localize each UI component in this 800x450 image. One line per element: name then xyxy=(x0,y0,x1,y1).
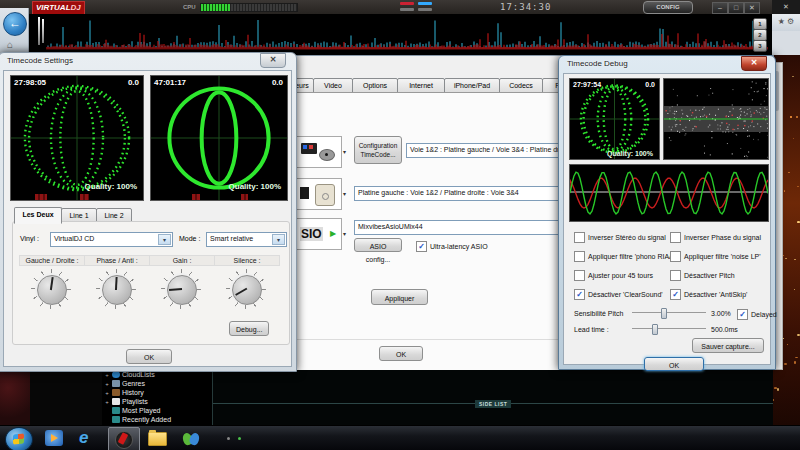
desactiver-antiskip-checkbox[interactable]: ✓Désactiver 'AntiSkip' xyxy=(670,289,747,300)
rhythm-waveform[interactable]: 1 2 3 xyxy=(0,14,772,52)
scope-timer: 27:97:54 xyxy=(573,81,601,88)
config-button[interactable]: CONFIG xyxy=(643,1,693,14)
desactiver-clearsound-checkbox[interactable]: ✓Désactiver 'ClearSound' xyxy=(574,289,663,300)
browser-sidebar: +CloudLists +Genres +History +Playlists … xyxy=(102,369,212,425)
checkbox-box[interactable]: ✓ xyxy=(574,289,585,300)
browser-main-area: SIDE LIST xyxy=(212,368,773,425)
checkbox-box[interactable] xyxy=(574,251,585,262)
scope-graphic xyxy=(570,79,659,159)
checkbox-box[interactable] xyxy=(574,270,585,281)
expander-icon[interactable]: + xyxy=(104,390,110,396)
debug-scope: 27:97:54 0.0 Quality: 100% xyxy=(569,78,660,160)
asio-config-button[interactable]: ASIO config... xyxy=(354,238,402,252)
output-device-image[interactable] xyxy=(296,178,342,210)
dialog-title: Timecode Debug xyxy=(567,59,628,68)
cpu-meter-fill xyxy=(201,4,230,11)
notification-dot xyxy=(238,437,241,440)
gauche-droite-knob[interactable] xyxy=(31,269,71,309)
taskbar-messenger-button[interactable] xyxy=(176,427,206,450)
filtre-noise-lp-checkbox[interactable]: Appliquer filtre 'noise LP' xyxy=(670,251,761,262)
vinyl-combo[interactable]: VirtualDJ CD▾ xyxy=(50,232,173,247)
expander-icon[interactable]: + xyxy=(104,372,110,378)
tab-les-deux[interactable]: Les Deux xyxy=(14,207,62,224)
level-meter-right xyxy=(42,19,44,43)
filtre-riaa-checkbox[interactable]: Appliquer filtre 'phono RIAA' xyxy=(574,251,675,262)
scope-quality: Quality: 100% xyxy=(607,150,653,157)
expander-icon[interactable]: + xyxy=(104,381,110,387)
lead-time-slider[interactable] xyxy=(632,324,706,333)
desactiver-pitch-checkbox[interactable]: Désactiver Pitch xyxy=(670,270,735,281)
maximize-icon[interactable]: □ xyxy=(728,2,744,14)
expander-icon[interactable]: + xyxy=(104,399,110,405)
dropdown-arrow-icon[interactable]: ▾ xyxy=(158,234,171,245)
dropdown-arrow-icon[interactable]: ▾ xyxy=(343,190,346,197)
vdj-clock: 17:34:30 xyxy=(500,2,556,12)
sidebar-item-history[interactable]: +History xyxy=(104,388,144,397)
close-icon[interactable]: ✕ xyxy=(260,53,286,68)
dropdown-arrow-icon[interactable]: ▾ xyxy=(272,234,285,245)
silence-knob[interactable] xyxy=(226,269,266,309)
dialog-body: 27:97:54 0.0 Quality: 100% Inverser Stér… xyxy=(563,73,771,365)
ajuster-45-tours-checkbox[interactable]: Ajuster pour 45 tours xyxy=(574,270,653,281)
delayed-checkbox[interactable]: ✓Delayed xyxy=(737,309,777,320)
timecode-scope-left: 27:98:05 0.0 Quality: 100% xyxy=(10,75,144,201)
checkbox-box[interactable]: ✓ xyxy=(416,241,427,252)
checkbox-box[interactable] xyxy=(670,232,681,243)
soundcard-routing-combo[interactable]: Voie 1&2 : Platine gauche / Voie 3&4 : P… xyxy=(406,143,569,158)
taskbar-virtualdj-button[interactable] xyxy=(108,427,140,450)
close-icon[interactable]: ✕ xyxy=(741,56,767,71)
minimize-icon[interactable]: – xyxy=(712,2,728,14)
back-arrow-icon[interactable]: ← xyxy=(3,12,27,36)
save-capture-button[interactable]: Sauver capture... xyxy=(692,338,764,353)
gear-icon[interactable]: ⚙ xyxy=(787,17,794,26)
close-icon[interactable]: ✕ xyxy=(744,2,760,14)
deck3-button[interactable]: 3 xyxy=(753,40,767,52)
settings-ok-button[interactable]: OK xyxy=(126,349,172,364)
pitch-sensitivity-slider[interactable] xyxy=(632,308,706,317)
debug-button[interactable]: Debug... xyxy=(229,321,269,336)
phase-anti-knob[interactable] xyxy=(96,269,136,309)
inverser-stereo-checkbox[interactable]: Inverser Stéréo du signal xyxy=(574,232,666,243)
side-list-tab[interactable]: SIDE LIST xyxy=(475,400,511,408)
mode-combo[interactable]: Smart relative▾ xyxy=(206,232,287,247)
sidebar-item-recently-added[interactable]: Recently Added xyxy=(104,415,171,424)
home-icon[interactable]: ⌂ xyxy=(7,39,13,50)
sidebar-item-most-played[interactable]: Most Played xyxy=(104,406,161,415)
asio-driver-image[interactable]: SIO ▶ xyxy=(296,218,342,250)
folder-icon xyxy=(112,416,120,423)
background-close-icon[interactable]: ✕ xyxy=(772,0,800,14)
dropdown-arrow-icon[interactable]: ▾ xyxy=(343,148,346,155)
sidebar-item-genres[interactable]: +Genres xyxy=(104,379,145,388)
configuration-timecode-button[interactable]: Configuration TimeCode... xyxy=(354,136,402,164)
globe-icon xyxy=(112,371,120,378)
input-device-image[interactable] xyxy=(296,136,342,168)
layout-toggle2-icon[interactable] xyxy=(418,2,432,11)
folder-icon xyxy=(112,380,120,387)
star-icon[interactable]: ★ xyxy=(778,17,785,26)
checkbox-box[interactable] xyxy=(574,232,585,243)
sidebar-item-label: History xyxy=(122,389,144,396)
deck-routing-combo[interactable]: Platine gauche : Voie 1&2 / Platine droi… xyxy=(354,186,569,201)
taskbar-ie-button[interactable]: e xyxy=(74,427,104,450)
config-ok-button[interactable]: OK xyxy=(379,346,423,361)
debug-ok-button[interactable]: OK xyxy=(644,357,704,371)
layout-toggle-icon[interactable] xyxy=(400,2,414,11)
checkbox-box[interactable]: ✓ xyxy=(670,289,681,300)
gain-knob[interactable] xyxy=(161,269,201,309)
taskbar-explorer-button[interactable] xyxy=(142,427,172,450)
checkbox-box[interactable] xyxy=(670,251,681,262)
inverser-phase-checkbox[interactable]: Inverser Phase du signal xyxy=(670,232,761,243)
sidebar-item-playlists[interactable]: +Playlists xyxy=(104,397,148,406)
start-button[interactable] xyxy=(5,427,33,450)
asio-driver-combo[interactable]: MixvibesAsioUMix44 xyxy=(354,220,569,235)
dropdown-arrow-icon[interactable]: ▾ xyxy=(343,230,346,237)
checkbox-label: Inverser Stéréo du signal xyxy=(588,234,666,241)
apply-button[interactable]: Appliquer xyxy=(371,289,428,305)
ultra-latency-checkbox[interactable]: ✓ Ultra-latency ASIO xyxy=(416,241,488,252)
mode-label: Mode : xyxy=(179,235,200,242)
scope-strip xyxy=(151,194,287,200)
checkbox-box[interactable] xyxy=(670,270,681,281)
checkbox-box[interactable]: ✓ xyxy=(737,309,748,320)
checkbox-label: Ajuster pour 45 tours xyxy=(588,272,653,279)
taskbar-wmp-button[interactable] xyxy=(40,427,70,450)
